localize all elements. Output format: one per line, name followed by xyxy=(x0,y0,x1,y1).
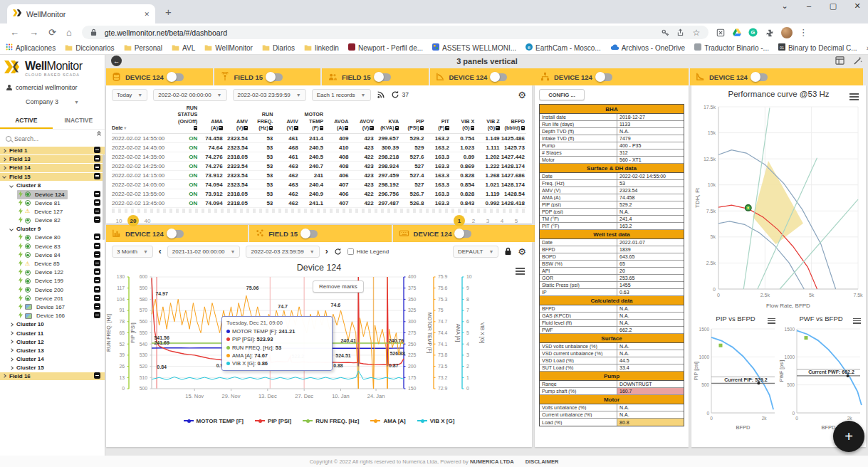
legend-item-run-freq-hz[interactable]: RUN FREQ. [Hz] xyxy=(303,418,359,424)
table-row[interactable]: 2022-02-02 14:15:00ON73.9122323.54534622… xyxy=(112,171,526,180)
panel-toggle[interactable] xyxy=(168,230,184,238)
chevron-down-icon[interactable] xyxy=(2,174,6,179)
device-menu-box-icon[interactable] xyxy=(94,199,100,207)
bookmark-personal[interactable]: Personal xyxy=(124,44,162,52)
chart-end-select[interactable]: 2022-02-03 23:59:59▼ xyxy=(246,246,319,258)
sidebar-item-cluster-12[interactable]: Cluster 12 xyxy=(0,337,105,346)
bookmark-traductor-binario[interactable]: Traductor Binario -... xyxy=(694,43,769,52)
column-header-pip-psi[interactable]: PIP(PSI) xyxy=(400,104,425,134)
sidebar-item-device-167[interactable]: Device 167 xyxy=(0,303,105,311)
bookmark-star-icon[interactable]: ☆ xyxy=(691,28,701,38)
column-chart-icon[interactable] xyxy=(194,126,198,130)
column-header-date[interactable]: Date ▾ xyxy=(112,104,174,134)
column-chart-icon[interactable] xyxy=(345,126,349,130)
sidebar-item-device-166[interactable]: Device 166 xyxy=(0,312,105,320)
column-chart-icon[interactable] xyxy=(445,126,449,130)
field-menu-box-icon[interactable] xyxy=(94,164,100,172)
device-menu-box-icon[interactable] xyxy=(94,295,100,303)
panel-toggle[interactable] xyxy=(597,73,612,81)
bookmark-avl[interactable]: AVL xyxy=(172,44,195,52)
address-bar[interactable]: gte.wellmonitor.net/beta/#/dashboard ☆ xyxy=(82,26,708,39)
field-menu-box-icon[interactable] xyxy=(94,372,100,380)
sidebar-item-device-122[interactable]: Device 122 xyxy=(0,268,105,277)
preset-select[interactable]: DEFAULT▼ xyxy=(453,246,498,258)
start-date-select[interactable]: 2022-02-02 00:00:00▼ xyxy=(153,89,226,101)
chevron-right-icon[interactable] xyxy=(9,322,14,327)
sidebar-item-field-16[interactable]: Field 16 xyxy=(0,372,105,381)
table-row[interactable]: 2022-02-02 14:35:00ON74.2762318.05534612… xyxy=(112,152,526,162)
column-chart-icon[interactable] xyxy=(420,126,424,130)
bookmark-earthcam-mosco[interactable]: eEarthCam - Mosco... xyxy=(525,43,601,52)
column-header-amv-v[interactable]: AMV(V) xyxy=(224,104,249,134)
sidebar-item-device-201[interactable]: Device 201 xyxy=(0,294,105,303)
new-tab-button[interactable]: + xyxy=(165,6,172,18)
sidebar-item-field-15[interactable]: Field 15 xyxy=(0,173,105,182)
back-icon[interactable]: ← xyxy=(10,27,19,38)
edit-wand-icon[interactable] xyxy=(853,56,862,66)
profile-avatar[interactable] xyxy=(781,27,793,38)
device-menu-box-icon[interactable] xyxy=(94,208,100,216)
extensions-puzzle-icon[interactable] xyxy=(765,28,775,38)
legend-item-pip-psi[interactable]: PIP [PSI] xyxy=(255,418,291,424)
panel-toggle[interactable] xyxy=(168,73,184,81)
pwf-vs-bfpd-chart[interactable]: 05001000150002kCurrent PWF: 662.2BFPDPWF… xyxy=(778,325,864,434)
panel-toggle[interactable] xyxy=(456,230,471,238)
field-menu-box-icon[interactable] xyxy=(94,147,100,154)
site-settings-icon[interactable] xyxy=(716,28,726,38)
records-interval-select[interactable]: Each 1 records▼ xyxy=(312,89,371,101)
bookmark-binary-to-decimal-c[interactable]: 01Binary to Decimal C... xyxy=(778,43,857,52)
chart-menu-icon[interactable] xyxy=(516,266,525,276)
sidebar-item-device-127[interactable]: ⚠Device 127 xyxy=(0,207,105,216)
panel-toggle[interactable] xyxy=(267,73,283,81)
column-chart-icon[interactable] xyxy=(521,126,525,130)
reload-icon[interactable]: ⟳ xyxy=(48,27,56,38)
page-1[interactable]: 1 xyxy=(454,215,465,226)
browser-tab[interactable]: WellMonitor ✕ xyxy=(7,4,155,23)
sidebar-item-device-200[interactable]: Device 200 xyxy=(0,285,105,294)
share-icon[interactable] xyxy=(676,28,686,38)
device-menu-box-icon[interactable] xyxy=(94,260,100,268)
table-row[interactable]: 2022-02-02 14:25:00ON74.2762323.54534632… xyxy=(112,162,526,171)
column-header-aviv-v[interactable]: AVIV(V) xyxy=(274,104,299,134)
table-row[interactable]: 2022-02-02 13:45:00ON74.0942318.05534622… xyxy=(112,199,526,208)
table-row[interactable]: 2022-02-02 14:45:00ON74.642323.545346824… xyxy=(112,143,526,152)
chevron-down-icon[interactable] xyxy=(9,227,14,231)
sidebar-item-cluster-9[interactable]: Cluster 9 xyxy=(0,225,105,234)
column-header-ama-a[interactable]: AMA(A) xyxy=(199,104,224,134)
menu-dots-icon[interactable]: ⋮ xyxy=(799,27,808,38)
legend-item-motor-temp-f[interactable]: MOTOR TEMP [F] xyxy=(184,418,244,424)
collapse-all-icon[interactable] xyxy=(98,132,100,137)
table-row[interactable]: 2022-02-02 14:05:00ON74.0942323.54534632… xyxy=(112,180,526,189)
bookmark-diccionarios[interactable]: Diccionarios xyxy=(65,44,114,52)
range-select[interactable]: Today▼ xyxy=(112,89,147,101)
pip-vs-bfpd-chart[interactable]: 05001000150002kCurrent PIP: 529.2BFPDPIP… xyxy=(693,325,778,434)
chevron-right-icon[interactable] xyxy=(2,374,6,379)
column-header-avoa-a[interactable]: AVOA(A) xyxy=(325,104,350,134)
chart-start-select[interactable]: 2021-11-02 00:00:00▼ xyxy=(167,246,241,258)
prev-range-icon[interactable]: ‹ xyxy=(159,246,162,256)
page-4[interactable]: 4 xyxy=(496,215,508,226)
sidebar-item-device-83[interactable]: Device 83 xyxy=(0,242,105,251)
column-header-motor-temp-f[interactable]: MOTORTEMP(F) xyxy=(300,104,325,134)
sidebar-item-field-14[interactable]: Field 14 xyxy=(0,164,105,172)
config-button[interactable]: CONFIG ... xyxy=(539,89,585,100)
sidebar-item-device-199[interactable]: Device 199 xyxy=(0,277,105,285)
sidebar-item-cluster-14[interactable]: Cluster 14 xyxy=(0,355,105,364)
column-header-bfpd-bbl-d[interactable]: BFPD(bbl/d) xyxy=(501,104,526,134)
hide-legend-checkbox[interactable] xyxy=(347,248,354,255)
device-menu-box-icon[interactable] xyxy=(94,277,100,285)
sidebar-item-cluster-15[interactable]: Cluster 15 xyxy=(0,364,105,372)
chart-settings-gear-icon[interactable]: ⚙ xyxy=(518,246,526,257)
column-chart-icon[interactable] xyxy=(244,126,248,130)
layout-grid-icon[interactable] xyxy=(835,56,845,66)
field-menu-box-icon[interactable] xyxy=(94,155,100,163)
device-menu-box-icon[interactable] xyxy=(94,234,100,241)
forward-icon[interactable]: → xyxy=(29,27,38,38)
chevron-down-icon[interactable] xyxy=(9,184,14,188)
tab-close-icon[interactable]: ✕ xyxy=(144,11,150,18)
sidebar-item-cluster-10[interactable]: Cluster 10 xyxy=(0,320,105,329)
table-settings-gear-icon[interactable]: ⚙ xyxy=(518,90,526,100)
table-row[interactable]: 2022-02-02 13:55:00ON73.9122318.05534622… xyxy=(112,189,526,199)
pwf-menu-icon[interactable] xyxy=(853,317,861,325)
column-header-kva-kva[interactable]: KVA(KVA) xyxy=(375,104,400,134)
